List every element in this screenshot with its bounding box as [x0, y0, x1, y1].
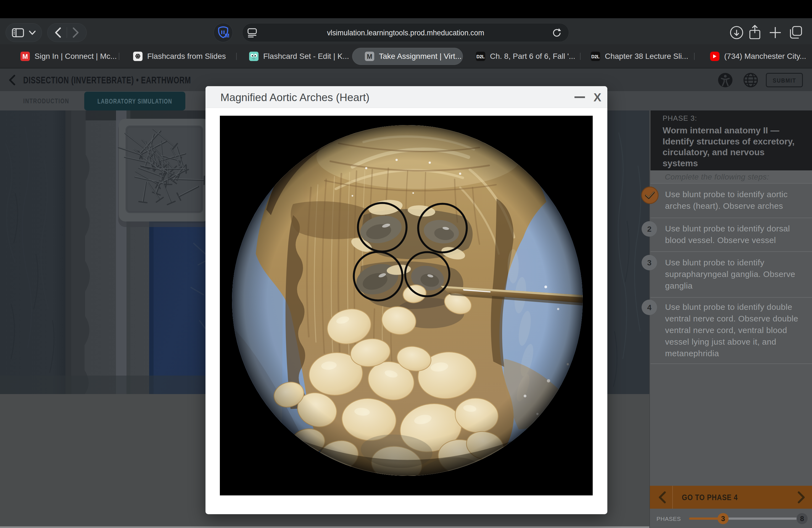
svg-text:3: 3: [721, 514, 725, 523]
svg-text:8: 8: [800, 514, 804, 523]
svg-text:M: M: [225, 33, 230, 39]
